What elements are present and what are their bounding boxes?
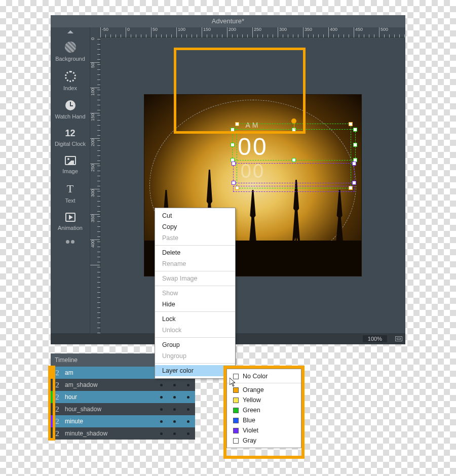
ruler-v-tick: 50 [90, 63, 100, 88]
project-title: Adventure* [51, 15, 405, 27]
more-icon [53, 240, 88, 244]
layer-name: am_shadow [62, 381, 155, 388]
keyframe-dots[interactable] [155, 432, 195, 435]
tool-label: Image [53, 168, 88, 174]
submenu-item-orange[interactable]: Orange [227, 385, 301, 395]
swatch-icon [233, 387, 239, 393]
ruler-v-tick: 0 [90, 37, 100, 63]
clock-icon [53, 100, 88, 110]
ruler-v-tick: 300 [90, 189, 100, 215]
menu-item-ungroup: Ungroup [155, 350, 235, 362]
layer-name: minute_shadow [62, 430, 155, 437]
menu-item-delete[interactable]: Delete [155, 247, 235, 258]
index-icon [53, 71, 88, 82]
ruler-v-tick: 200 [90, 139, 100, 164]
digital-clock-icon: 12 [53, 129, 88, 138]
timeline-row[interactable]: 2minute [51, 415, 195, 427]
swatch-icon [233, 428, 239, 433]
layer-color-submenu[interactable]: No ColorOrangeYellowGreenBlueVioletGray [226, 369, 301, 448]
selection-bbox-violet2 [233, 186, 355, 192]
left-toolbar: Background Index Watch Hand 12 Digital C… [51, 27, 90, 333]
canvas-wrap[interactable]: AM 00 00 [100, 37, 405, 333]
layer-name: hour [62, 393, 155, 401]
tool-label: Animation [53, 225, 88, 231]
play-icon [53, 213, 88, 222]
selection-bbox-violet [233, 163, 355, 183]
tool-digital-clock[interactable]: 12 Digital Clock [53, 124, 88, 151]
menu-item-copy[interactable]: Copy [155, 221, 235, 232]
swatch-icon [233, 398, 239, 403]
submenu-item-gray[interactable]: Gray [227, 435, 301, 446]
submenu-item-no-color[interactable]: No Color [227, 371, 301, 381]
tool-label: Background [53, 56, 88, 62]
zoom-level[interactable]: 100% [363, 335, 387, 342]
menu-item-rename: Rename [155, 258, 235, 269]
vertical-ruler: 050100150200250300350400 [90, 37, 100, 333]
tool-label: Text [53, 197, 88, 204]
keyframe-dots[interactable] [155, 396, 195, 399]
tool-image[interactable]: Image [53, 151, 88, 178]
submenu-item-green[interactable]: Green [227, 405, 301, 415]
swatch-icon [233, 438, 239, 444]
menu-item-cut[interactable]: Cut [155, 210, 235, 221]
menu-item-unlock: Unlock [155, 325, 235, 336]
menu-item-lock[interactable]: Lock [155, 313, 235, 325]
tool-more[interactable] [53, 235, 88, 251]
tutorial-highlight-layercolors [48, 366, 55, 441]
ruler-v-tick: 400 [90, 240, 100, 265]
toolbar-collapse-icon[interactable] [67, 30, 73, 33]
submenu-item-blue[interactable]: Blue [227, 415, 301, 425]
tool-text[interactable]: T Text [53, 178, 88, 208]
submenu-item-yellow[interactable]: Yellow [227, 395, 301, 405]
fit-to-screen-icon[interactable] [395, 336, 402, 341]
keyframe-dots[interactable] [155, 384, 195, 386]
ruler-v-tick: 100 [90, 88, 100, 113]
timeline-row[interactable]: 2hour_shadow [51, 403, 195, 415]
menu-item-hide[interactable]: Hide [155, 299, 235, 310]
tool-label: Index [53, 85, 88, 91]
layer-name: hour_shadow [62, 406, 155, 413]
swatch-icon [233, 418, 239, 423]
submenu-wrap: No ColorOrangeYellowGreenBlueVioletGray [226, 369, 301, 448]
horizontal-ruler: -50050100150200250300350400450500 [100, 27, 405, 37]
menu-item-swap-image: Swap Image [155, 273, 235, 284]
menu-item-show: Show [155, 288, 235, 299]
timeline-title: Timeline [55, 356, 78, 364]
keyframe-dots[interactable] [155, 408, 195, 411]
submenu-item-violet[interactable]: Violet [227, 425, 301, 435]
tool-animation[interactable]: Animation [53, 208, 88, 235]
tool-background[interactable]: Background [53, 36, 88, 66]
menu-item-group[interactable]: Group [155, 339, 235, 350]
keyframe-dots[interactable] [155, 420, 195, 423]
swatch-icon [233, 408, 239, 413]
image-icon [53, 156, 88, 165]
background-icon [53, 42, 88, 53]
ruler-v-tick: 350 [90, 215, 100, 240]
menu-item-paste: Paste [155, 232, 235, 244]
ruler-v-tick: 250 [90, 164, 100, 189]
tool-label: Digital Clock [53, 141, 88, 147]
tool-watch-hand[interactable]: Watch Hand [53, 95, 88, 124]
layer-name: am [62, 369, 155, 376]
rotate-handle[interactable] [291, 118, 296, 124]
swatch-icon [233, 374, 239, 379]
timeline-row[interactable]: 2hour [51, 391, 195, 403]
layer-name: minute [62, 418, 155, 425]
timeline-row[interactable]: 2minute_shadow [51, 427, 195, 440]
timeline-row[interactable]: 2am_shadow [51, 379, 195, 391]
work-area: -50050100150200250300350400450500 050100… [90, 27, 405, 333]
context-menu[interactable]: CutCopyPasteDeleteRenameSwap ImageShowHi… [155, 208, 236, 379]
text-icon: T [53, 183, 88, 194]
tool-index[interactable]: Index [53, 66, 88, 95]
tool-label: Watch Hand [53, 113, 88, 120]
ruler-v-tick: 150 [90, 113, 100, 139]
